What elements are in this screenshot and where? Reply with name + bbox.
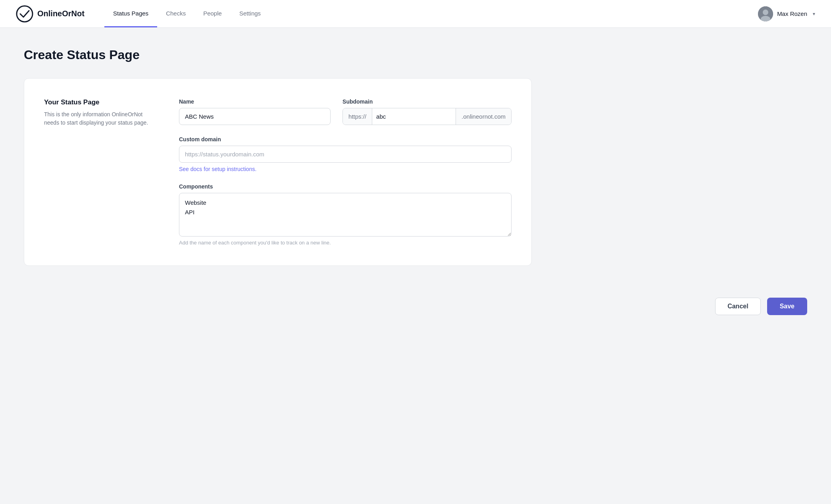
custom-domain-input[interactable] (179, 146, 512, 163)
subdomain-suffix: .onlineornot.com (456, 108, 511, 125)
create-status-page-card: Your Status Page This is the only inform… (24, 78, 532, 266)
svg-point-0 (17, 6, 33, 22)
subdomain-prefix: https:// (343, 108, 372, 125)
name-group: Name (179, 98, 331, 125)
card-left-section: Your Status Page This is the only inform… (44, 98, 155, 246)
user-name: Max Rozen (777, 10, 807, 17)
card-section-title: Your Status Page (44, 98, 155, 106)
card-form: Name Subdomain https:// .onlineornot.com… (179, 98, 512, 246)
header-user-area[interactable]: Max Rozen ▾ (758, 6, 815, 21)
nav-item-people[interactable]: People (194, 0, 231, 27)
header: OnlineOrNot Status Pages Checks People S… (0, 0, 831, 28)
save-button[interactable]: Save (767, 298, 807, 315)
footer-actions: Cancel Save (0, 286, 831, 331)
nav-item-status-pages[interactable]: Status Pages (104, 0, 157, 27)
custom-domain-label: Custom domain (179, 136, 512, 142)
components-hint: Add the name of each component you'd lik… (179, 240, 512, 246)
subdomain-input-group: https:// .onlineornot.com (342, 108, 512, 125)
svg-point-2 (763, 10, 768, 15)
avatar-image (758, 6, 773, 21)
custom-domain-group: Custom domain See docs for setup instruc… (179, 136, 512, 172)
avatar (758, 6, 773, 21)
components-label: Components (179, 183, 512, 190)
avatar-svg (758, 6, 773, 21)
card-section-description: This is the only information OnlineOrNot… (44, 110, 155, 127)
subdomain-input[interactable] (372, 108, 456, 125)
components-textarea[interactable]: Website API (179, 193, 512, 237)
components-group: Components Website API Add the name of e… (179, 183, 512, 246)
name-label: Name (179, 98, 331, 105)
main-nav: Status Pages Checks People Settings (104, 0, 269, 27)
chevron-down-icon: ▾ (813, 11, 815, 17)
name-subdomain-row: Name Subdomain https:// .onlineornot.com (179, 98, 512, 125)
nav-item-checks[interactable]: Checks (157, 0, 194, 27)
subdomain-label: Subdomain (342, 98, 512, 105)
name-input[interactable] (179, 108, 331, 125)
docs-link[interactable]: See docs for setup instructions. (179, 166, 512, 172)
logo-icon (16, 5, 33, 23)
page-title: Create Status Page (24, 48, 532, 62)
logo-area[interactable]: OnlineOrNot (16, 5, 85, 23)
brand-name: OnlineOrNot (37, 9, 85, 18)
page-content: Create Status Page Your Status Page This… (0, 28, 556, 286)
cancel-button[interactable]: Cancel (715, 298, 760, 315)
nav-item-settings[interactable]: Settings (231, 0, 269, 27)
subdomain-group: Subdomain https:// .onlineornot.com (342, 98, 512, 125)
